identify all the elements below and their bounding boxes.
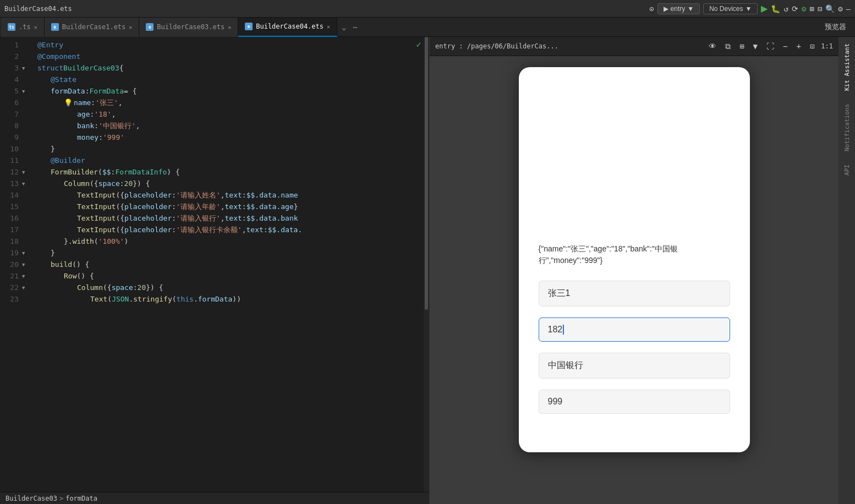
code-line-17: TextInput({ placeholder: '请输入银行卡余额',text… (37, 224, 424, 235)
fold-icon-3[interactable]: ▼ (22, 62, 33, 74)
title-bar: BuilderCase04.ets ⊙ ▶ entry ▼ No Devices… (0, 0, 855, 18)
tab-icon-bc03: e (146, 23, 154, 31)
bug-icon[interactable]: 🐛 (771, 4, 780, 13)
tab-ts[interactable]: ts .ts ✕ (1, 18, 45, 37)
editor-inner: 1 2 3 4 5 6 7 8 9 10 11 12 13 14 15 16 1… (0, 37, 429, 492)
breadcrumb-part2[interactable]: formData (65, 495, 97, 502)
editor-scrollbar-thumb (425, 37, 428, 310)
layers-icon[interactable]: ⧉ (723, 41, 733, 52)
fold-icon-12[interactable]: ▼ (22, 166, 33, 178)
settings-icon[interactable]: ⚙ (838, 4, 842, 13)
sidebar-tab-kit-assistant[interactable]: Kit Assistant (843, 41, 851, 93)
search-icon[interactable]: 🔍 (825, 4, 835, 13)
fold-icon-5[interactable]: ▼ (22, 85, 33, 97)
tab-buildercase03[interactable]: e BuilderCase03.ets ✕ (139, 18, 238, 37)
code-line-11: @Builder (37, 155, 424, 166)
no-devices-chevron-icon: ▼ (745, 5, 752, 13)
line-numbers: 1 2 3 4 5 6 7 8 9 10 11 12 13 14 15 16 1… (0, 37, 22, 492)
code-line-5: formData: FormData = { (37, 85, 424, 97)
tab-icon-bc1: e (51, 23, 59, 31)
fold-icon-21[interactable]: ▼ (22, 270, 33, 282)
code-line-21: Row() { (37, 270, 424, 282)
title-bar-right: ⊙ ▶ entry ▼ No Devices ▼ ▶ 🐛 ↺ ⟳ ⚙ ⊞ ⊟ 🔍… (649, 3, 851, 14)
tab-close-ts[interactable]: ✕ (34, 24, 37, 30)
tab-chevron-down-icon[interactable]: ⌄ (337, 23, 350, 31)
sidebar-tab-api[interactable]: API (843, 162, 851, 178)
grid-view-icon[interactable]: ⊞ (737, 41, 746, 52)
code-line-20: build() { (37, 259, 424, 270)
tab-label-bc1: BuilderCase1.ets (62, 23, 126, 31)
code-line-3: struct BuilderCase03 { (37, 62, 424, 74)
tab-close-bc03[interactable]: ✕ (228, 24, 231, 30)
fold-icon-22[interactable]: ▼ (22, 282, 33, 293)
breadcrumb-bar: BuilderCase03 > formData (0, 492, 429, 504)
preview-toolbar: entry : /pages/06/BuilderCas... 👁 ⧉ ⊞ ▼ … (430, 37, 838, 56)
code-line-6: 💡 name: '张三', (37, 97, 424, 108)
main-content: 1 2 3 4 5 6 7 8 9 10 11 12 13 14 15 16 1… (0, 37, 855, 504)
entry-icon: ▶ (664, 5, 668, 13)
code-line-14: TextInput({ placeholder: '请输入姓名',text:$$… (37, 189, 424, 201)
code-line-10: } (37, 143, 424, 155)
layout-icon[interactable]: ⊟ (818, 4, 822, 13)
preview-panel: entry : /pages/06/BuilderCas... 👁 ⧉ ⊞ ▼ … (429, 37, 838, 504)
eye-icon[interactable]: 👁 (706, 41, 719, 52)
title-bar-left: BuilderCase04.ets (4, 5, 649, 13)
zoom-out-icon[interactable]: − (781, 41, 790, 52)
preview-label: 预览器 (825, 22, 855, 32)
tab-overflow-icon[interactable]: ⋯ (351, 23, 360, 31)
code-line-13: Column({ space: 20 }) { (37, 178, 424, 189)
grid-icon[interactable]: ⊞ (809, 4, 814, 13)
phone-frame: {"name":"张三","age":"18","bank":"中国银行","m… (519, 67, 750, 452)
tab-close-bc1[interactable]: ✕ (129, 24, 132, 30)
editor-scrollbar[interactable] (424, 37, 429, 492)
code-line-15: TextInput({ placeholder: '请输入年龄',text:$$… (37, 201, 424, 212)
expand-icon[interactable]: ⛶ (764, 41, 776, 52)
sync-icon[interactable]: ↺ (783, 4, 788, 13)
tab-icon-bc04: e (245, 23, 253, 30)
code-line-2: @Component (37, 51, 424, 62)
code-line-9: money: '999' (37, 132, 424, 143)
code-line-16: TextInput({ placeholder: '请输入银行',text:$$… (37, 212, 424, 224)
reload-icon[interactable]: ⟳ (792, 4, 798, 13)
code-line-22: Column({space:20}) { (37, 282, 424, 293)
breadcrumb-separator: > (59, 495, 63, 502)
tab-label-bc04: BuilderCase04.ets (256, 23, 324, 30)
minimize-icon[interactable]: — (846, 4, 851, 13)
tab-close-bc04[interactable]: ✕ (327, 24, 330, 30)
zoom-level: 1:1 (821, 42, 833, 50)
tab-bar: ts .ts ✕ e BuilderCase1.ets ✕ e BuilderC… (0, 18, 855, 37)
sidebar-tab-notifications[interactable]: Notifications (843, 102, 851, 154)
fold-icon-20[interactable]: ▼ (22, 259, 33, 270)
validation-checkmark: ✓ (416, 39, 421, 50)
code-line-4: @State (37, 74, 424, 85)
chevron-down-icon[interactable]: ▼ (751, 41, 760, 52)
code-area[interactable]: @Entry @Component struct BuilderCase03 {… (33, 37, 424, 492)
build-icon[interactable]: ⚙ (802, 4, 806, 13)
entry-button[interactable]: ▶ entry ▼ (657, 3, 700, 14)
input-age[interactable]: 182 (539, 317, 730, 342)
no-devices-button[interactable]: No Devices ▼ (703, 3, 758, 14)
input-name[interactable]: 张三1 (539, 281, 730, 306)
editor-panel: 1 2 3 4 5 6 7 8 9 10 11 12 13 14 15 16 1… (0, 37, 429, 504)
tab-icon-ts: ts (8, 23, 15, 31)
json-text: {"name":"张三","age":"18","bank":"中国银行","m… (539, 244, 678, 265)
code-line-23: Text(JSON.stringify(this.formData)) (37, 293, 424, 305)
code-line-18: }.width('100%') (37, 235, 424, 247)
run-button[interactable]: ▶ (761, 3, 768, 14)
breadcrumb-part1[interactable]: BuilderCase03 (6, 495, 57, 502)
phone-top-space (530, 78, 739, 232)
text-cursor (563, 325, 564, 335)
zoom-in-icon[interactable]: + (794, 41, 803, 52)
code-line-8: bank: '中国银行', (37, 120, 424, 132)
tab-buildercase04[interactable]: e BuilderCase04.ets ✕ (238, 18, 337, 37)
right-sidebar: Kit Assistant Notifications API (838, 37, 855, 504)
input-money[interactable]: 999 (539, 390, 730, 414)
code-line-12: FormBuilder($$:FormDataInfo) { (37, 166, 424, 178)
input-bank[interactable]: 中国银行 (539, 353, 730, 379)
fit-icon[interactable]: ⊡ (808, 41, 816, 52)
tab-label-ts: .ts (19, 23, 31, 31)
fold-icon-13[interactable]: ▼ (22, 178, 33, 189)
monitor-icon[interactable]: ⊙ (649, 4, 654, 13)
fold-icon-19[interactable]: ▼ (22, 247, 33, 259)
tab-buildercase1[interactable]: e BuilderCase1.ets ✕ (45, 18, 140, 37)
